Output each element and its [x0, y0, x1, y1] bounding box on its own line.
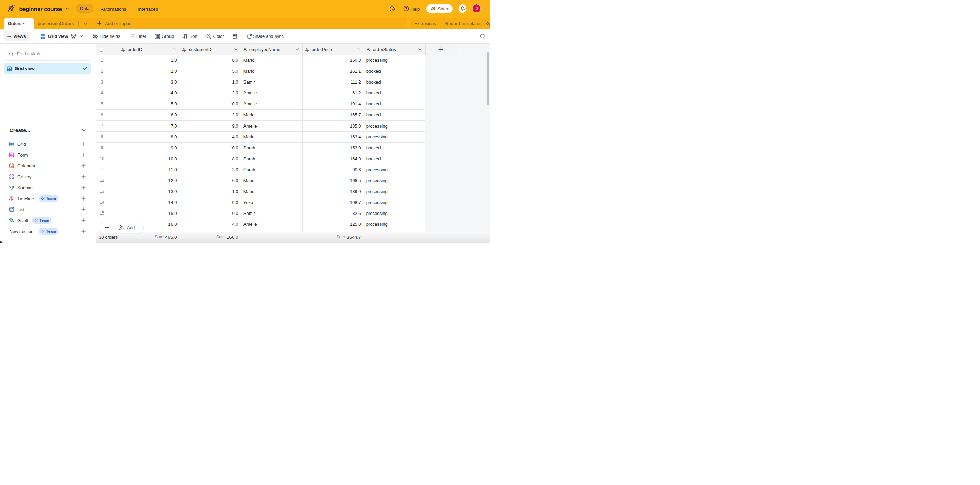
svg-text:31: 31 — [11, 165, 13, 167]
